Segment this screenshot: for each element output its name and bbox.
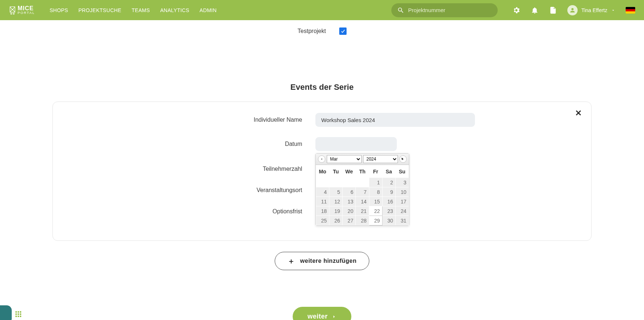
plus-icon: ＋ xyxy=(288,257,295,265)
datepicker-day[interactable]: 13 xyxy=(343,197,356,206)
datepicker-day[interactable]: 14 xyxy=(356,197,369,206)
datepicker-day[interactable]: 25 xyxy=(316,216,329,225)
label-ort: Veranstaltungsort xyxy=(67,187,302,194)
testprojekt-checkbox[interactable] xyxy=(339,27,347,35)
datepicker-day[interactable]: 2 xyxy=(382,178,395,187)
help-tab[interactable] xyxy=(0,305,12,320)
label-datum: Datum xyxy=(67,141,302,147)
search-box[interactable] xyxy=(391,3,498,17)
datepicker-day[interactable]: 9 xyxy=(382,187,395,197)
label-teilnehmer: Teilnehmerzahl xyxy=(67,166,302,172)
datepicker-next[interactable] xyxy=(399,155,407,163)
datepicker-day[interactable]: 12 xyxy=(329,197,343,206)
user-name: Tina Effertz xyxy=(581,7,607,13)
gear-icon[interactable] xyxy=(512,6,520,14)
flag-de[interactable] xyxy=(626,7,635,14)
datepicker-day[interactable]: 19 xyxy=(329,206,343,216)
search-input[interactable] xyxy=(408,7,492,13)
svg-point-1 xyxy=(13,13,14,14)
bell-icon[interactable] xyxy=(531,6,539,14)
search-icon xyxy=(397,6,404,14)
datepicker-prev[interactable] xyxy=(318,155,325,163)
datepicker-day-header: Su xyxy=(395,165,409,178)
datepicker-day[interactable]: 21 xyxy=(356,206,369,216)
input-datum[interactable] xyxy=(315,137,397,151)
logo-text-big: MICE xyxy=(18,5,35,11)
topbar: MICE PORTAL SHOPS PROJEKTSUCHE TEAMS ANA… xyxy=(0,0,644,20)
datepicker-day[interactable]: 4 xyxy=(316,187,329,197)
nav-admin[interactable]: ADMIN xyxy=(200,7,217,13)
datepicker-header: Mar 2024 xyxy=(316,154,409,165)
bottom-left-widgets xyxy=(0,305,22,320)
nav-projektsuche[interactable]: PROJEKTSUCHE xyxy=(78,7,121,13)
label-option: Optionsfrist xyxy=(67,208,302,215)
datepicker-day-header: Sa xyxy=(382,165,395,178)
event-card: ✕ Individueller Name Workshop Sales 2024… xyxy=(52,102,592,241)
datepicker-day[interactable]: 16 xyxy=(382,197,395,206)
datepicker-day[interactable]: 22 xyxy=(369,206,382,216)
logo[interactable]: MICE PORTAL xyxy=(9,5,35,15)
input-name[interactable]: Workshop Sales 2024 xyxy=(315,113,475,127)
main-nav: SHOPS PROJEKTSUCHE TEAMS ANALYTICS ADMIN xyxy=(50,7,217,13)
datepicker-day[interactable]: 30 xyxy=(382,216,395,225)
datepicker-year-select[interactable]: 2024 xyxy=(363,155,398,163)
logo-text-small: PORTAL xyxy=(18,11,35,15)
testprojekt-label: Testprojekt xyxy=(297,28,326,34)
datepicker-day-header: Tu xyxy=(329,165,343,178)
datepicker-day-header: Fr xyxy=(369,165,382,178)
datepicker: Mar 2024 MoTuWeThFrSaSu 1234567891011121… xyxy=(315,153,409,226)
row-individueller-name: Individueller Name Workshop Sales 2024 xyxy=(67,113,577,127)
nav-shops[interactable]: SHOPS xyxy=(50,7,68,13)
avatar-icon xyxy=(567,5,578,15)
datepicker-day[interactable]: 6 xyxy=(343,187,356,197)
label-name: Individueller Name xyxy=(67,117,302,123)
datepicker-grid: MoTuWeThFrSaSu 1234567891011121314151617… xyxy=(316,165,409,225)
section-title: Events der Serie xyxy=(0,82,644,92)
next-button[interactable]: weiter xyxy=(293,307,351,320)
testprojekt-row: Testprojekt xyxy=(0,27,644,35)
datepicker-day[interactable]: 18 xyxy=(316,206,329,216)
datepicker-day[interactable]: 26 xyxy=(329,216,343,225)
add-more-label: weitere hinzufügen xyxy=(300,258,356,264)
datepicker-day[interactable]: 5 xyxy=(329,187,343,197)
nav-teams[interactable]: TEAMS xyxy=(132,7,150,13)
apps-grid-icon[interactable] xyxy=(15,311,22,318)
datepicker-day[interactable]: 23 xyxy=(382,206,395,216)
next-label: weiter xyxy=(307,313,328,320)
chevron-right-icon xyxy=(332,314,337,319)
add-more-button[interactable]: ＋ weitere hinzufügen xyxy=(275,252,369,270)
document-icon[interactable] xyxy=(549,6,557,14)
datepicker-day-header: Mo xyxy=(316,165,329,178)
datepicker-day[interactable]: 7 xyxy=(356,187,369,197)
datepicker-day[interactable]: 27 xyxy=(343,216,356,225)
datepicker-day[interactable]: 28 xyxy=(356,216,369,225)
header-icons: Tina Effertz xyxy=(512,5,635,15)
nav-analytics[interactable]: ANALYTICS xyxy=(160,7,189,13)
datepicker-day[interactable]: 29 xyxy=(369,216,382,225)
datepicker-day-header: We xyxy=(343,165,356,178)
row-datum: Datum Mar 2024 xyxy=(67,137,577,151)
datepicker-day-header: Th xyxy=(356,165,369,178)
datepicker-day[interactable]: 3 xyxy=(395,178,409,187)
svg-point-0 xyxy=(11,13,12,14)
logo-icon xyxy=(9,5,16,15)
datepicker-day[interactable]: 15 xyxy=(369,197,382,206)
chevron-down-icon xyxy=(611,8,615,12)
datepicker-day[interactable]: 10 xyxy=(395,187,409,197)
logo-text: MICE PORTAL xyxy=(18,5,35,15)
input-name-value: Workshop Sales 2024 xyxy=(321,117,375,123)
datepicker-day[interactable]: 24 xyxy=(395,206,409,216)
datepicker-day[interactable]: 1 xyxy=(369,178,382,187)
datepicker-day[interactable]: 11 xyxy=(316,197,329,206)
datepicker-day[interactable]: 20 xyxy=(343,206,356,216)
datepicker-month-select[interactable]: Mar xyxy=(327,155,362,163)
datepicker-day[interactable]: 31 xyxy=(395,216,409,225)
page-content: Testprojekt Events der Serie ✕ Individue… xyxy=(0,20,644,320)
datepicker-day[interactable]: 8 xyxy=(369,187,382,197)
user-menu[interactable]: Tina Effertz xyxy=(567,5,615,15)
datepicker-day[interactable]: 17 xyxy=(395,197,409,206)
